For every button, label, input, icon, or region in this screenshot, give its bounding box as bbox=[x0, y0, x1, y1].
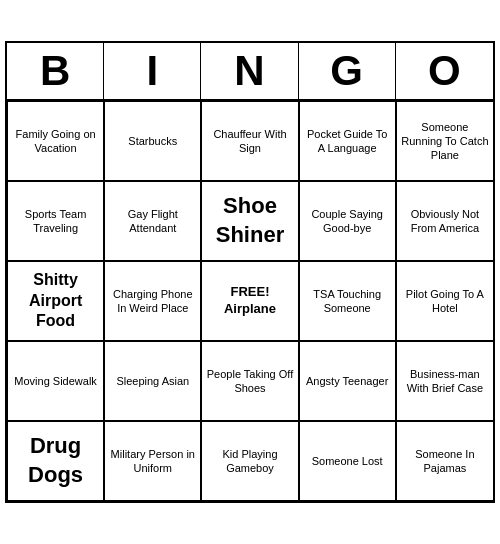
bingo-letter-o: O bbox=[396, 43, 493, 99]
bingo-letter-g: G bbox=[299, 43, 396, 99]
bingo-cell-3: Pocket Guide To A Language bbox=[299, 101, 396, 181]
bingo-cell-19: Business-man With Brief Case bbox=[396, 341, 493, 421]
bingo-cell-5: Sports Team Traveling bbox=[7, 181, 104, 261]
bingo-letter-i: I bbox=[104, 43, 201, 99]
bingo-cell-13: TSA Touching Someone bbox=[299, 261, 396, 341]
bingo-cell-14: Pilot Going To A Hotel bbox=[396, 261, 493, 341]
bingo-card: BINGO Family Going on VacationStarbucksC… bbox=[5, 41, 495, 503]
bingo-cell-12: FREE! Airplane bbox=[201, 261, 298, 341]
bingo-header: BINGO bbox=[7, 43, 493, 101]
bingo-cell-11: Charging Phone In Weird Place bbox=[104, 261, 201, 341]
bingo-cell-20: Drug Dogs bbox=[7, 421, 104, 501]
bingo-cell-16: Sleeping Asian bbox=[104, 341, 201, 421]
bingo-cell-8: Couple Saying Good-bye bbox=[299, 181, 396, 261]
bingo-cell-18: Angsty Teenager bbox=[299, 341, 396, 421]
bingo-cell-10: Shitty Airport Food bbox=[7, 261, 104, 341]
bingo-letter-b: B bbox=[7, 43, 104, 99]
bingo-cell-9: Obviously Not From America bbox=[396, 181, 493, 261]
bingo-cell-0: Family Going on Vacation bbox=[7, 101, 104, 181]
bingo-cell-7: Shoe Shiner bbox=[201, 181, 298, 261]
bingo-cell-1: Starbucks bbox=[104, 101, 201, 181]
bingo-cell-15: Moving Sidewalk bbox=[7, 341, 104, 421]
bingo-cell-24: Someone In Pajamas bbox=[396, 421, 493, 501]
bingo-letter-n: N bbox=[201, 43, 298, 99]
bingo-cell-4: Someone Running To Catch Plane bbox=[396, 101, 493, 181]
bingo-cell-21: Military Person in Uniform bbox=[104, 421, 201, 501]
bingo-cell-23: Someone Lost bbox=[299, 421, 396, 501]
bingo-cell-2: Chauffeur With Sign bbox=[201, 101, 298, 181]
bingo-cell-6: Gay Flight Attendant bbox=[104, 181, 201, 261]
bingo-cell-22: Kid Playing Gameboy bbox=[201, 421, 298, 501]
bingo-grid: Family Going on VacationStarbucksChauffe… bbox=[7, 101, 493, 501]
bingo-cell-17: People Taking Off Shoes bbox=[201, 341, 298, 421]
